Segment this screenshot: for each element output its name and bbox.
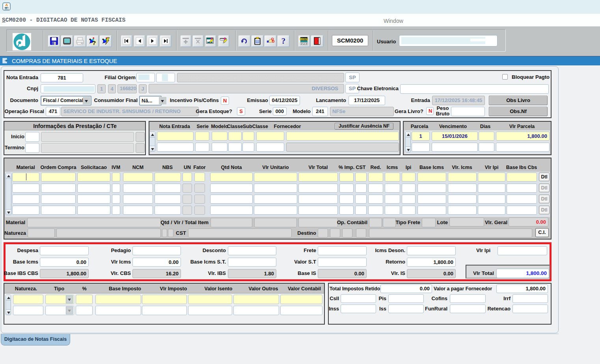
svg-text:?: ? (281, 37, 286, 45)
svg-text:Menu: Menu (300, 37, 308, 41)
svg-text:?: ? (92, 39, 96, 46)
